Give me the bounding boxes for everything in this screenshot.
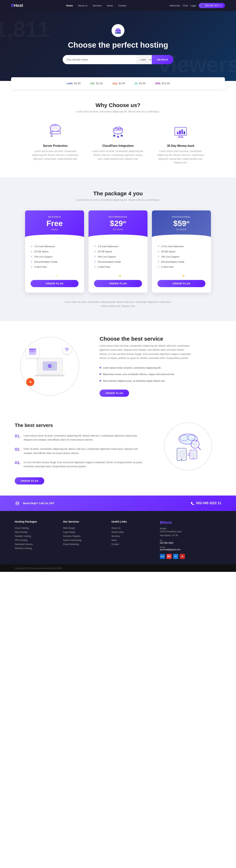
feature-item: ✓24h Live Support: [31, 254, 79, 259]
tld-io[interactable]: .io $3.99: [134, 82, 146, 85]
tld-org[interactable]: .org $2.99: [112, 82, 125, 85]
package-beginner-body: ✓2 E-mail Addresses ✓20 GB Space ✓24h Li…: [25, 240, 84, 292]
logo-host: Host: [14, 3, 23, 8]
payment-mc[interactable]: MC: [166, 554, 172, 559]
footer-link-web-design[interactable]: Web Design: [63, 527, 104, 529]
payment-star[interactable]: ★: [180, 554, 185, 559]
svg-point-44: [180, 435, 188, 441]
nav-news[interactable]: News: [107, 4, 113, 7]
server-float-illustration: [26, 346, 39, 358]
svg-point-2: [116, 28, 120, 31]
logo-b: B: [11, 3, 14, 8]
cta-banner-text: Need Help? Call Us 24/7: [23, 502, 54, 505]
footer-link-services[interactable]: Services: [111, 535, 152, 537]
package-professional-tag: PROFESSIONAL: [156, 216, 207, 218]
feature-item: ✓5 SEO Plan: [94, 264, 142, 270]
nav-login[interactable]: Login: [190, 4, 196, 7]
search-button[interactable]: SEARCH: [152, 55, 173, 64]
svg-rect-13: [51, 135, 53, 135]
nav-phone-button[interactable]: 📞652-345 3222 11: [199, 3, 225, 8]
service-description: Lorem ipsum dolor sit amet, consectetur …: [100, 344, 192, 360]
order-plan-professional[interactable]: ORDER PLAN: [157, 280, 205, 287]
service-section: ✕: [0, 321, 236, 411]
footer: Hosting Packages Cloud Hosting Web Hosti…: [0, 511, 236, 564]
packages-footer-text: Lorem dolor sit amet, consectetur adipis…: [63, 300, 173, 308]
package-professional-period: Per Month: [156, 228, 207, 231]
cloudflare-icon: [109, 122, 127, 141]
tld-selector[interactable]: .com .net .org: [136, 55, 152, 64]
order-plan-beginner[interactable]: ORDER PLAN: [31, 280, 79, 287]
service-order-button[interactable]: ORDER PLAN: [100, 390, 129, 397]
feature-item: ✓Documentation Inside: [31, 259, 79, 264]
package-beginner-wave: [25, 235, 84, 240]
footer-logo-col: BHost ADMIN 1435 Consultant LaneArte Bea…: [160, 520, 221, 559]
footer-col-services: Our Services Web Design Logo Design Doma…: [63, 520, 104, 559]
feature-server-text: Lorem ipsum dolor sit amet, consectetur …: [29, 149, 81, 161]
tld-net[interactable]: .net $1.99: [90, 82, 103, 85]
package-recommended-features: ✓2 E-mail Addresses ✓20 GB Space ✓24h Li…: [94, 244, 142, 270]
domain-search-input[interactable]: [63, 55, 136, 64]
tld-com[interactable]: .com $3.99: [66, 82, 81, 85]
footer-link-logo-design[interactable]: Logo Design: [63, 531, 104, 533]
servers-title: The best servers: [15, 423, 144, 428]
footer-link-about-us[interactable]: About Us: [111, 527, 152, 529]
svg-rect-32: [178, 137, 183, 137]
hero-search-bar: .com .net .org SEARCH: [63, 55, 173, 64]
nav-chat[interactable]: Chat: [183, 4, 188, 7]
feature-item: ✓Documentation Inside: [157, 259, 205, 264]
svg-rect-22: [113, 135, 115, 136]
footer-link-testimonials[interactable]: Testimonials: [111, 531, 152, 533]
svg-rect-30: [184, 131, 185, 134]
feature-moneyback-title: 30 Day Money-back: [155, 144, 207, 148]
cta-phone: 652-345 3222 11: [191, 501, 221, 505]
footer-link-web-hosting[interactable]: Web Hosting: [15, 531, 56, 533]
footer-link-vps-hosting[interactable]: VPS Hosting: [15, 539, 56, 541]
svg-point-55: [15, 501, 20, 506]
server-item-2: 02. Dolor sit amet, consectetur adipisci…: [15, 447, 144, 455]
svg-rect-11: [51, 132, 53, 133]
tld-info[interactable]: .info $13.99: [155, 82, 170, 85]
nav-logo: BHost: [11, 3, 23, 8]
package-professional-features: ✓2-5 E-mail Addresses ✓30 GB Space ✓24h …: [157, 244, 205, 270]
nav-contact[interactable]: Contact: [118, 4, 127, 7]
footer-link-reseller-hosting[interactable]: Reseller Hosting: [15, 535, 56, 537]
star-rating: ★: [98, 274, 142, 277]
footer-link-domains-register[interactable]: Domains Register: [63, 535, 104, 537]
server-num-3: 03.: [15, 460, 21, 468]
nav-home[interactable]: Home: [66, 4, 73, 7]
footer-link-search-advertising[interactable]: Search Advertising: [63, 539, 104, 541]
nav-welcome[interactable]: Welcome!: [169, 4, 180, 7]
footer-link-news[interactable]: News: [111, 539, 152, 541]
wifi-icon: [62, 344, 72, 354]
bullet-dot-icon: [100, 380, 101, 381]
svg-rect-56: [16, 503, 17, 504]
footer-link-contact[interactable]: Contact: [111, 543, 152, 546]
service-bullet: Maecenas ornare, arcu at lobortis ultric…: [100, 371, 221, 378]
packages-grid: BEGINNER Free Always ✓2 E-mail Addresses…: [11, 210, 225, 292]
payment-visa[interactable]: VISA: [160, 554, 165, 559]
features-grid: Server Protection Lorem ipsum dolor sit …: [11, 122, 225, 165]
payment-paypal[interactable]: PP: [173, 554, 178, 559]
footer-link-email-marketing[interactable]: Email Marketing: [63, 543, 104, 546]
svg-rect-14: [51, 136, 53, 137]
servers-order-button[interactable]: ORDER PLAN: [15, 477, 44, 485]
nav-services[interactable]: Services: [93, 4, 102, 7]
package-beginner-header: BEGINNER Free Always: [25, 210, 84, 240]
packages-subtitle: Lorem dolor sit amet, consectetur adipis…: [72, 198, 164, 201]
package-recommended-tag: RECOMMENDED: [92, 216, 144, 218]
server-num-2: 02.: [15, 447, 21, 455]
hero-icon: [111, 24, 125, 37]
svg-point-3: [116, 30, 117, 31]
feature-cloudflare: CloudFlare Integration Lorem dolor sit a…: [92, 122, 144, 165]
nav-about[interactable]: About us: [78, 4, 87, 7]
footer-link-windows-hosting[interactable]: Windows Hosting: [15, 547, 56, 550]
footer-link-cloud-hosting[interactable]: Cloud Hosting: [15, 527, 56, 529]
footer-phone-val: 545 985 5864: [160, 542, 221, 544]
footer-link-dedicated-servers[interactable]: Dedicated Servers: [15, 543, 56, 546]
phone-icon: [191, 501, 195, 505]
cross-icon: ✕: [26, 378, 34, 386]
package-professional-body: ✓2-5 E-mail Addresses ✓30 GB Space ✓24h …: [152, 240, 211, 292]
order-plan-recommended[interactable]: ORDER PLAN: [94, 280, 142, 287]
tld-prices-bar: .com $3.99 .net $1.99 .org $2.99 .io $3.…: [11, 77, 225, 89]
package-beginner-period: Always: [29, 228, 80, 231]
